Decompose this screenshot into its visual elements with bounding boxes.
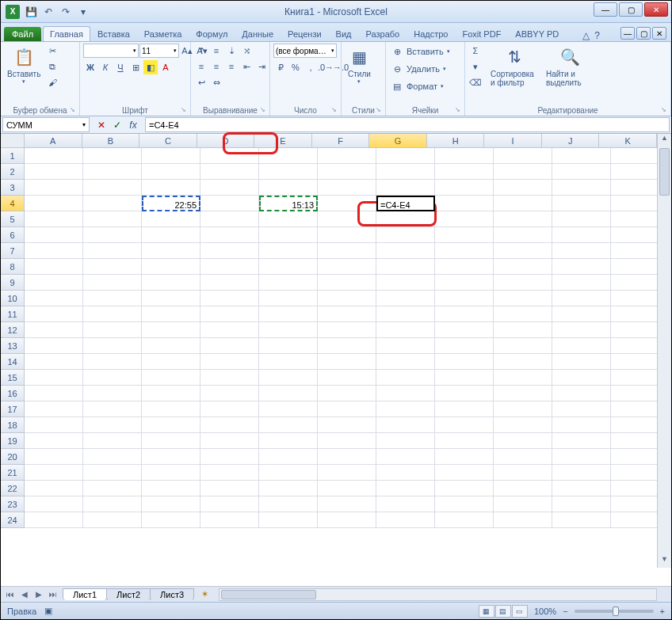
row-header[interactable]: 6 [1, 227, 25, 243]
cell[interactable] [318, 354, 376, 370]
cell[interactable] [259, 148, 318, 164]
cell[interactable] [494, 465, 552, 481]
cell[interactable] [83, 433, 142, 449]
tab-данные[interactable]: Данные [235, 26, 281, 41]
cell[interactable] [259, 481, 318, 496]
row-header[interactable]: 17 [1, 401, 25, 417]
cell[interactable] [376, 227, 435, 243]
cell[interactable] [25, 449, 83, 465]
vertical-scrollbar[interactable]: ▲ ▼ [657, 134, 671, 568]
cell[interactable] [552, 354, 611, 370]
cell[interactable] [142, 354, 200, 370]
cell[interactable] [142, 449, 200, 465]
cell[interactable] [83, 243, 142, 259]
cell[interactable] [259, 496, 318, 512]
cell[interactable] [83, 291, 142, 306]
cell[interactable] [83, 417, 142, 433]
cell[interactable] [376, 322, 435, 338]
cell[interactable] [259, 465, 318, 481]
cell[interactable] [142, 433, 200, 449]
percent-button[interactable]: % [288, 60, 303, 74]
cell[interactable] [435, 465, 494, 481]
cell[interactable] [200, 433, 259, 449]
undo-button[interactable]: ↶ [42, 6, 55, 18]
cell[interactable] [142, 180, 200, 196]
cell[interactable] [25, 433, 83, 449]
increase-decimal-button[interactable]: .0→ [319, 60, 333, 74]
cell[interactable] [318, 322, 376, 338]
format-painter-button[interactable]: 🖌 [45, 75, 59, 89]
tab-разрабо[interactable]: Разрабо [359, 26, 407, 41]
sheet-tab[interactable]: Лист2 [106, 588, 151, 600]
align-middle-button[interactable]: ≡ [209, 44, 223, 58]
cell[interactable] [318, 275, 376, 291]
cell[interactable] [376, 481, 435, 496]
cell[interactable] [142, 243, 200, 259]
row-header[interactable]: 19 [1, 433, 25, 449]
cell[interactable] [435, 338, 494, 354]
row-header[interactable]: 11 [1, 306, 25, 322]
currency-button[interactable]: ₽ [273, 60, 288, 74]
tab-надстро[interactable]: Надстро [407, 26, 455, 41]
cell[interactable] [259, 306, 318, 322]
align-top-button[interactable]: ⇡ [194, 44, 208, 58]
cell[interactable] [494, 386, 552, 401]
cell[interactable] [83, 211, 142, 227]
row-header[interactable]: 10 [1, 291, 25, 306]
cell[interactable] [142, 401, 200, 417]
tab-вставка[interactable]: Вставка [90, 26, 137, 41]
cell[interactable] [200, 180, 259, 196]
cell[interactable] [494, 512, 552, 528]
insert-cells-button[interactable]: ⊕Вставить ▾ [389, 44, 452, 59]
sheet-nav-button[interactable]: ◀ [18, 590, 31, 599]
cell[interactable] [494, 180, 552, 196]
cell-styles-button[interactable]: ▦ Стили▾ [345, 44, 374, 87]
save-button[interactable]: 💾 [25, 6, 37, 18]
zoom-level[interactable]: 100% [534, 607, 556, 616]
row-header[interactable]: 21 [1, 465, 25, 481]
cell[interactable] [25, 465, 83, 481]
cell[interactable] [259, 275, 318, 291]
view-mode-button[interactable]: ▤ [495, 605, 511, 618]
cell[interactable] [376, 512, 435, 528]
cell[interactable] [552, 243, 611, 259]
cell[interactable] [376, 417, 435, 433]
cell[interactable] [25, 496, 83, 512]
scroll-down-button[interactable]: ▼ [658, 555, 671, 568]
cell[interactable] [494, 401, 552, 417]
cell[interactable] [142, 306, 200, 322]
cell[interactable] [552, 386, 611, 401]
cell[interactable] [376, 291, 435, 306]
cell[interactable] [25, 211, 83, 227]
fill-color-button[interactable]: ◧ [143, 60, 158, 74]
cell[interactable] [318, 243, 376, 259]
cell[interactable] [142, 386, 200, 401]
row-header[interactable]: 5 [1, 211, 25, 227]
cell[interactable] [142, 291, 200, 306]
cell[interactable] [259, 386, 318, 401]
cell[interactable] [259, 449, 318, 465]
cell[interactable] [318, 338, 376, 354]
cell[interactable] [435, 481, 494, 496]
cell[interactable] [25, 148, 83, 164]
italic-button[interactable]: К [98, 60, 113, 74]
sort-filter-button[interactable]: ⇅ Сортировка и фильтр [487, 44, 541, 89]
cell[interactable] [318, 417, 376, 433]
cell[interactable] [494, 338, 552, 354]
sheet-nav-button[interactable]: ▶ [32, 590, 45, 599]
align-left-button[interactable]: ≡ [194, 59, 208, 74]
column-header[interactable]: C [139, 134, 197, 148]
cell[interactable] [435, 449, 494, 465]
indent-inc-button[interactable]: ⇥ [254, 59, 269, 74]
cell[interactable] [318, 370, 376, 386]
cell[interactable] [376, 338, 435, 354]
cell[interactable] [318, 227, 376, 243]
cell[interactable] [200, 275, 259, 291]
cell[interactable] [83, 227, 142, 243]
cell[interactable] [435, 401, 494, 417]
cell[interactable] [318, 449, 376, 465]
cell[interactable] [318, 496, 376, 512]
cell[interactable] [142, 417, 200, 433]
font-size-combo[interactable]: 11▾ [139, 44, 179, 58]
cell[interactable] [435, 322, 494, 338]
